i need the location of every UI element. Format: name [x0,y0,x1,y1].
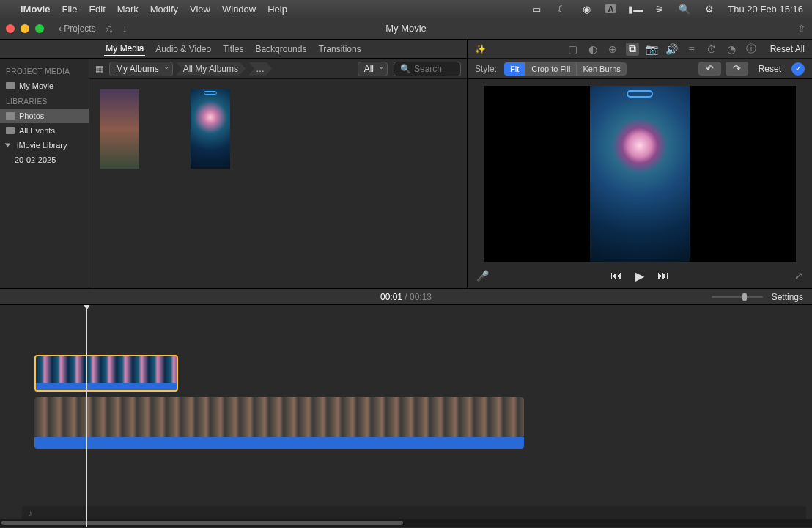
search-icon: 🔍 [400,64,411,74]
timeline-scrollbar[interactable] [0,519,812,527]
sidebar-item-event-date[interactable]: 20-02-2025 [0,153,89,167]
time-separator: / [402,292,410,302]
media-browser-pane: My Media Audio & Video Titles Background… [0,40,468,288]
keyboard-input-icon[interactable]: A [605,4,616,13]
menubar-datetime[interactable]: Thu 20 Feb 15:16 [728,4,803,15]
rotate-ccw-button[interactable]: ↶ [698,62,721,76]
menu-help[interactable]: Help [267,4,287,15]
timeline-zoom-slider[interactable] [712,296,763,298]
timeline-settings-button[interactable]: Settings [772,292,803,302]
style-label: Style: [475,64,497,74]
main-audio-track[interactable] [34,437,524,449]
menu-modify[interactable]: Modify [150,4,178,15]
noise-reduction-icon[interactable]: ≡ [685,43,698,56]
background-music-well[interactable]: ♪ [22,506,806,521]
fullscreen-window-button[interactable] [35,24,44,33]
app-menu[interactable]: iMovie [21,4,50,15]
overlay-audio-waveform [36,383,177,390]
crop-reset-button[interactable]: Reset [759,64,781,74]
spotlight-icon[interactable]: 🔍 [678,4,691,15]
zoom-slider-thumb[interactable] [742,293,747,301]
play-button[interactable]: ▶ [635,269,644,283]
speed-icon[interactable]: ⏱ [705,43,718,56]
next-frame-button[interactable]: ⏭ [657,269,669,282]
color-correction-icon[interactable]: ⊕ [606,43,619,56]
browser-toolbar: ▦ My Albums All My Albums … All 🔍 [89,59,467,79]
adjust-toolbar: ✨ ▢ ◐ ⊕ ⧉ 📷 🔊 ≡ ⏱ ◔ ⓘ Reset All [468,40,812,59]
prev-frame-button[interactable]: ⏮ [610,269,622,282]
disclosure-triangle-icon[interactable] [5,144,11,147]
playback-controls: ⏮ ▶ ⏭ [610,269,669,283]
filter-icon[interactable]: ◔ [725,43,738,56]
tab-backgrounds[interactable]: Backgrounds [254,43,308,56]
tab-my-media[interactable]: My Media [104,42,145,56]
volume-icon[interactable]: 🔊 [665,43,679,56]
tab-titles[interactable]: Titles [221,43,245,56]
share-button-icon[interactable]: ⇪ [797,23,806,34]
scrollbar-thumb[interactable] [1,521,403,525]
crop-apply-button[interactable]: ✓ [791,62,805,76]
stabilization-icon[interactable]: 📷 [646,43,659,56]
timeline-layout-icon[interactable]: ⎌ [106,23,112,34]
control-center-icon[interactable]: ⚙ [703,4,716,15]
playhead[interactable] [86,305,87,527]
sidebar-item-photos[interactable]: Photos [0,109,89,123]
menu-file[interactable]: File [62,4,77,15]
tab-transitions[interactable]: Transitions [317,43,362,56]
menu-edit[interactable]: Edit [89,4,105,15]
sidebar-item-label: 20-02-2025 [15,155,56,164]
crop-icon[interactable]: ⧉ [626,43,639,56]
filter-dropdown[interactable]: All [358,62,388,76]
timeline-area[interactable]: ♪ [0,305,812,527]
sidebar-item-label: iMovie Library [17,141,67,150]
clip-thumb-2[interactable] [191,89,230,169]
list-grid-toggle-icon[interactable]: ▦ [95,64,103,74]
libraries-heading: LIBRARIES [0,93,89,109]
menu-mark[interactable]: Mark [117,4,139,15]
sidebar-item-my-movie[interactable]: My Movie [0,78,89,93]
total-duration: 00:13 [410,292,432,302]
album-dropdown[interactable]: My Albums [109,62,173,76]
sidebar-item-all-events[interactable]: All Events [0,123,89,138]
voiceover-mic-icon[interactable]: 🎤 [476,270,489,282]
breadcrumb-more[interactable]: … [248,62,272,76]
main-video-clip[interactable] [34,397,524,437]
magic-wand-icon[interactable]: ✨ [475,44,486,54]
minimize-window-button[interactable] [21,24,29,33]
reset-all-button[interactable]: Reset All [770,44,805,54]
menu-window[interactable]: Window [222,4,256,15]
screenshare-icon[interactable]: ▭ [530,4,543,15]
tab-audio-video[interactable]: Audio & Video [154,43,213,56]
overlay-settings-icon[interactable]: ▢ [566,43,580,56]
crop-options-bar: Style: Fit Crop to Fill Ken Burns ↶ ↷ Re… [468,59,812,79]
overlay-clip[interactable] [34,355,178,392]
playback-controls-row: 🎤 ⏮ ▶ ⏭ ⤢ [468,263,812,288]
screenrecord-icon[interactable]: ◉ [580,4,593,15]
info-icon[interactable]: ⓘ [745,43,758,56]
sidebar-item-label: All Events [19,126,55,135]
sidebar-item-imovie-library[interactable]: iMovie Library [0,138,89,153]
wifi-icon[interactable]: ⚞ [653,4,666,15]
back-to-projects-button[interactable]: ‹ Projects [59,23,96,34]
clip-thumb-1[interactable] [100,89,139,169]
menu-view[interactable]: View [190,4,210,15]
current-time: 00:01 [380,292,402,302]
import-icon[interactable]: ↓ [122,23,128,34]
preview-canvas[interactable] [484,86,796,262]
breadcrumb-all-albums[interactable]: All My Albums [176,62,246,76]
rotate-cw-button[interactable]: ↷ [726,62,748,76]
preview-content [590,86,690,262]
color-balance-icon[interactable]: ◐ [586,43,599,56]
crop-fit-button[interactable]: Fit [504,62,525,76]
crop-to-fill-button[interactable]: Crop to Fill [525,62,577,76]
battery-icon[interactable]: ▮▬ [628,4,641,15]
ken-burns-button[interactable]: Ken Burns [577,62,626,76]
search-field[interactable]: 🔍 [394,62,461,76]
search-input[interactable] [414,64,458,74]
fullscreen-icon[interactable]: ⤢ [794,270,803,282]
close-window-button[interactable] [6,24,15,33]
dnd-icon[interactable]: ☾ [555,4,568,15]
clapperboard-icon [6,82,15,89]
star-icon [6,127,15,134]
clips-grid[interactable] [89,79,467,288]
